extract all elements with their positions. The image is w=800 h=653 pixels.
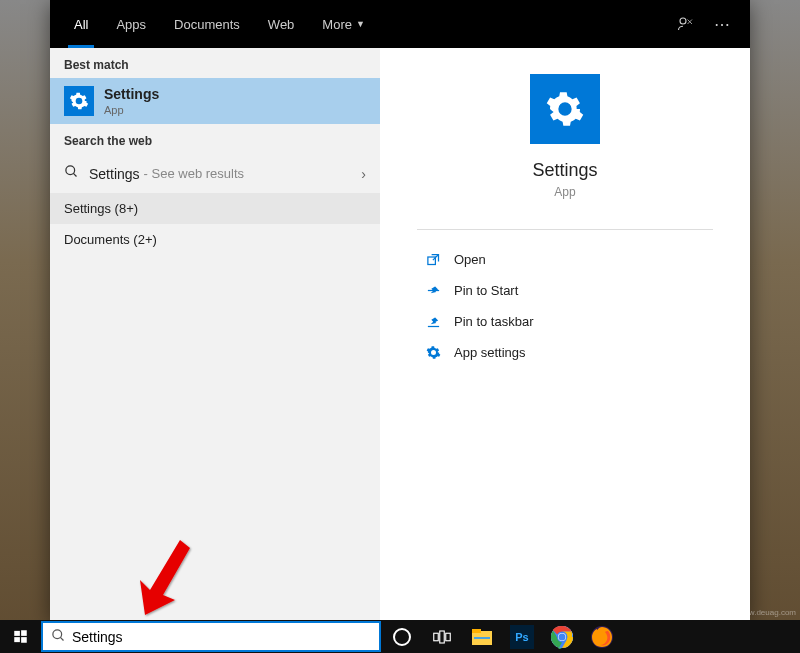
taskbar: Ps [0,620,800,653]
watermark: www.deuag.com [737,608,796,617]
best-match-header: Best match [50,48,380,78]
more-options-icon[interactable]: ⋯ [704,6,740,42]
header-tabs: All Apps Documents Web More ▼ [60,0,379,48]
open-icon [420,252,446,267]
svg-rect-9 [21,637,27,643]
detail-column: Settings App Open Pin to Start [380,48,750,620]
svg-rect-12 [434,633,439,641]
tab-more[interactable]: More ▼ [308,0,379,48]
svg-rect-13 [440,631,445,643]
web-result-suffix: - See web results [144,166,244,181]
detail-title: Settings [532,160,597,181]
feedback-icon[interactable] [668,6,704,42]
svg-rect-8 [14,637,20,642]
pin-start-icon [420,283,446,298]
chevron-down-icon: ▼ [356,19,365,29]
svg-rect-7 [21,630,27,636]
tab-apps[interactable]: Apps [102,0,160,48]
action-open[interactable]: Open [420,244,710,275]
search-input[interactable] [72,629,371,645]
svg-rect-17 [474,637,490,639]
gear-icon [64,86,94,116]
tab-documents[interactable]: Documents [160,0,254,48]
result-subtitle: App [104,104,159,116]
detail-subtitle: App [554,185,575,199]
result-settings-app[interactable]: Settings App [50,78,380,124]
action-label: Open [454,252,486,267]
expandable-settings[interactable]: Settings (8+) [50,193,380,224]
search-icon [51,628,66,646]
taskbar-app-file-explorer[interactable] [462,620,502,653]
search-web-header: Search the web [50,124,380,154]
search-icon [64,164,79,183]
svg-point-0 [680,18,686,24]
tab-all[interactable]: All [60,0,102,48]
svg-rect-6 [14,631,20,636]
tab-more-label: More [322,17,352,32]
taskbar-search-box[interactable] [41,621,381,652]
svg-point-1 [66,166,75,175]
action-label: App settings [454,345,526,360]
web-result-label: Settings [89,166,140,182]
action-pin-taskbar[interactable]: Pin to taskbar [420,306,710,337]
results-column: Best match Settings App Search the web S… [50,48,380,620]
divider [417,229,713,230]
detail-gear-icon [530,74,600,144]
pin-taskbar-icon [420,314,446,329]
action-list: Open Pin to Start Pin to taskbar [380,244,750,368]
result-title: Settings [104,86,159,102]
expandable-documents[interactable]: Documents (2+) [50,224,380,255]
action-app-settings[interactable]: App settings [420,337,710,368]
cortana-button[interactable] [382,620,422,653]
svg-line-11 [60,637,63,640]
svg-line-2 [73,173,76,176]
gear-small-icon [420,345,446,360]
svg-rect-16 [472,629,481,633]
taskbar-app-photoshop[interactable]: Ps [502,620,542,653]
start-button[interactable] [0,620,40,653]
taskbar-app-firefox[interactable] [582,620,622,653]
action-label: Pin to Start [454,283,518,298]
svg-point-10 [53,629,62,638]
action-label: Pin to taskbar [454,314,534,329]
svg-point-22 [559,633,566,640]
svg-rect-14 [446,633,451,641]
tab-web[interactable]: Web [254,0,309,48]
task-view-button[interactable] [422,620,462,653]
web-result-row[interactable]: Settings - See web results › [50,154,380,193]
action-pin-start[interactable]: Pin to Start [420,275,710,306]
panel-header: All Apps Documents Web More ▼ ⋯ [50,0,750,48]
taskbar-app-chrome[interactable] [542,620,582,653]
search-panel: All Apps Documents Web More ▼ ⋯ Best mat… [50,0,750,620]
chevron-right-icon: › [361,166,366,182]
